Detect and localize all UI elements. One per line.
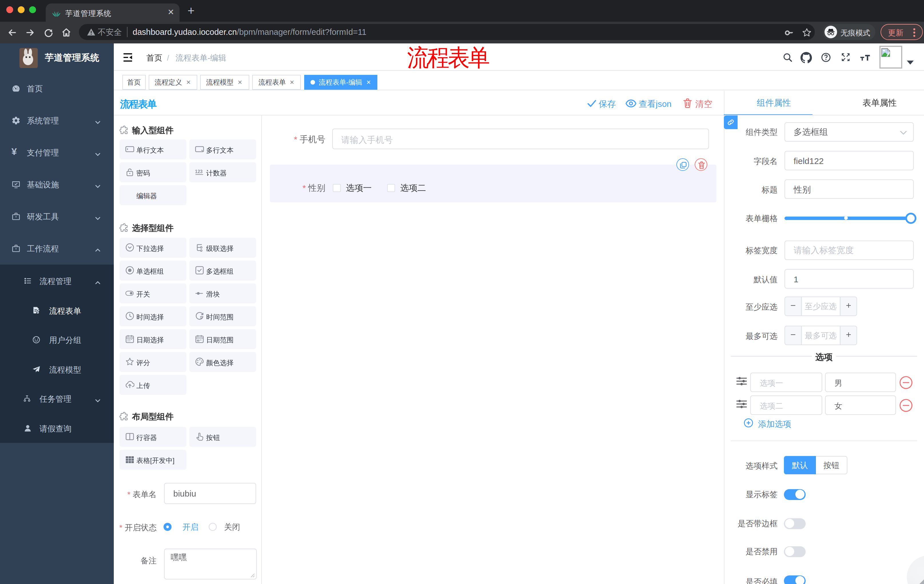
svg-text:123: 123 [195,169,202,174]
